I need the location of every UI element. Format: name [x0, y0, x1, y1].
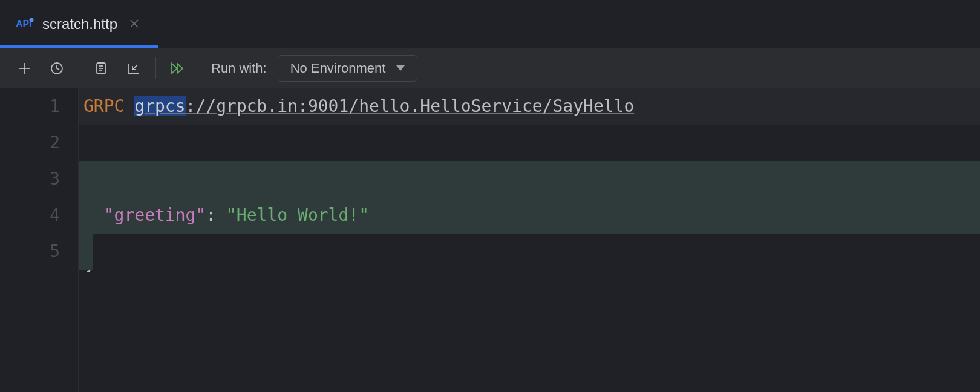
toolbar-separator	[155, 57, 156, 79]
request-method: GRPC	[83, 96, 124, 116]
environment-value: No Environment	[290, 60, 386, 76]
line-number: 2	[0, 125, 60, 161]
line-number: 3	[0, 161, 60, 197]
run-button[interactable]	[167, 57, 189, 79]
tab-label: scratch.http	[42, 16, 117, 33]
toolbar-separator	[200, 57, 200, 79]
code-line[interactable]: GRPC grpcs://grpcb.in:9001/hello.HelloSe…	[79, 88, 980, 125]
line-number-gutter: 1 2 3 4 5	[0, 88, 79, 392]
code-line[interactable]	[79, 125, 980, 161]
line-number: 4	[0, 197, 60, 234]
svg-marker-13	[396, 65, 405, 71]
tab-bar: API scratch.http	[0, 0, 980, 48]
editor-toolbar: Run with: No Environment	[0, 48, 980, 88]
json-key: "greeting"	[104, 205, 206, 225]
url-scheme-selected[interactable]: grpcs	[134, 96, 185, 116]
import-button[interactable]	[123, 57, 145, 79]
close-icon[interactable]	[126, 14, 143, 34]
add-request-button[interactable]	[13, 57, 35, 79]
tab-scratch-http[interactable]: API scratch.http	[0, 0, 158, 48]
line-number: 5	[0, 234, 60, 270]
toolbar-separator	[79, 57, 79, 79]
svg-point-1	[30, 18, 34, 22]
body-marker	[79, 161, 93, 270]
request-url[interactable]: ://grpcb.in:9001/hello.HelloService/SayH…	[186, 96, 635, 116]
code-area[interactable]: GRPC grpcs://grpcb.in:9001/hello.HelloSe…	[79, 88, 980, 392]
chevron-down-icon	[396, 63, 405, 74]
json-colon: :	[206, 205, 226, 225]
json-value: "Hello World!"	[226, 205, 369, 225]
line-number: 1	[0, 88, 60, 125]
code-editor[interactable]: 1 2 3 4 5 GRPC grpcs://grpcb.in:9001/hel…	[0, 88, 980, 392]
code-line[interactable]: {	[79, 161, 980, 197]
api-icon: API	[16, 18, 34, 31]
environment-select[interactable]: No Environment	[278, 55, 418, 82]
code-line[interactable]: }	[79, 234, 980, 270]
examples-button[interactable]	[90, 57, 112, 79]
history-button[interactable]	[46, 57, 68, 79]
code-line[interactable]: "greeting": "Hello World!"	[79, 197, 980, 234]
svg-marker-11	[172, 64, 177, 73]
run-with-label: Run with:	[211, 60, 267, 76]
